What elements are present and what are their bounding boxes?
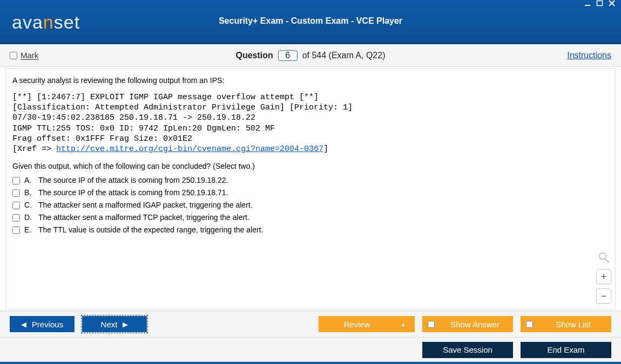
mark-checkbox[interactable] [10,52,17,59]
question-of-text: of 544 (Exam A, Q22) [302,51,386,60]
option-b-text: The source IP of the attack is coming fr… [38,188,609,197]
question-toolbar: Mark Question 6 of 544 (Exam A, Q22) Ins… [0,44,621,67]
xref-link[interactable]: http://cve.mitre.org/cgi-bin/cvename.cgi… [56,145,323,154]
bottom-accent-bar [0,362,621,364]
option-b[interactable]: B. The source IP of the attack is coming… [12,188,609,197]
previous-label: Previous [32,320,63,329]
option-b-checkbox[interactable] [12,189,20,197]
next-button[interactable]: Next ▶ [82,316,147,332]
footer-row: Save Session End Exam [0,338,621,362]
ips-output: [**] [1:2467:7] EXPLOIT IGMP IGAP messag… [12,92,609,154]
option-d-checkbox[interactable] [12,214,20,222]
end-exam-button[interactable]: End Exam [521,342,611,358]
maximize-icon[interactable] [595,0,605,9]
question-subprompt: Given this output, which of the followin… [12,162,609,170]
svg-line-3 [605,259,609,262]
option-d[interactable]: D. The attacker sent a malformed TCP pac… [12,213,609,222]
zoom-in-button[interactable]: + [596,269,611,284]
window-title: Security+ Exam - Custom Exam - VCE Playe… [0,16,621,26]
mark-label[interactable]: Mark [21,51,38,60]
question-indicator: Question 6 of 544 (Exam A, Q22) [0,50,621,61]
show-answer-button[interactable]: Show Answer [422,316,513,332]
minimize-icon[interactable] [583,0,593,9]
chevron-left-icon: ◀ [21,320,26,328]
option-e-label: E. [24,225,34,234]
previous-button[interactable]: ◀ Previous [10,316,75,332]
window-controls [583,0,617,9]
question-number-box[interactable]: 6 [278,50,298,61]
question-word: Question [236,51,273,60]
show-list-checkbox[interactable] [526,321,533,328]
mark-checkbox-wrap[interactable]: Mark [10,51,38,60]
save-session-button[interactable]: Save Session [422,342,513,358]
option-d-label: D. [24,213,34,222]
next-label: Next [101,320,118,329]
title-bar: avanset Security+ Exam - Custom Exam - V… [0,0,621,44]
zoom-controls: + − [596,250,611,304]
close-icon[interactable] [607,0,617,9]
question-content: A security analyst is reviewing the foll… [5,68,616,310]
answer-options: A. The source IP of the attack is coming… [12,176,609,234]
question-prompt: A security analyst is reviewing the foll… [12,76,609,85]
option-d-text: The attacker sent a malformed TCP packet… [38,213,609,222]
show-answer-label: Show Answer [446,320,504,329]
option-a-checkbox[interactable] [12,177,20,184]
instructions-link[interactable]: Instructions [567,51,611,60]
option-c-text: The attacker sent a malformed IGAP packe… [38,201,609,209]
option-e-text: The TTL value is outside of the expected… [38,225,609,234]
option-b-label: B. [24,188,34,197]
review-button[interactable]: Review ▲ [319,316,415,332]
option-e-checkbox[interactable] [12,226,20,234]
show-answer-checkbox[interactable] [428,321,435,328]
option-c[interactable]: C. The attacker sent a malformed IGAP pa… [12,201,609,209]
option-c-checkbox[interactable] [12,202,20,209]
chevron-right-icon: ▶ [123,320,128,328]
option-c-label: C. [24,201,34,209]
option-a[interactable]: A. The source IP of the attack is coming… [12,176,609,184]
nav-row: ◀ Previous Next ▶ Review ▲ Show Answer S… [0,311,621,338]
zoom-out-button[interactable]: − [596,289,611,304]
svg-rect-1 [597,1,603,6]
option-a-label: A. [24,176,34,184]
magnifier-icon[interactable] [596,250,611,265]
triangle-up-icon: ▲ [401,321,406,327]
svg-rect-0 [585,5,590,6]
option-a-text: The source IP of the attack is coming fr… [38,176,609,184]
option-e[interactable]: E. The TTL value is outside of the expec… [12,225,609,234]
review-label: Review [324,320,390,329]
show-list-label: Show List [544,320,603,329]
show-list-button[interactable]: Show List [521,316,611,332]
